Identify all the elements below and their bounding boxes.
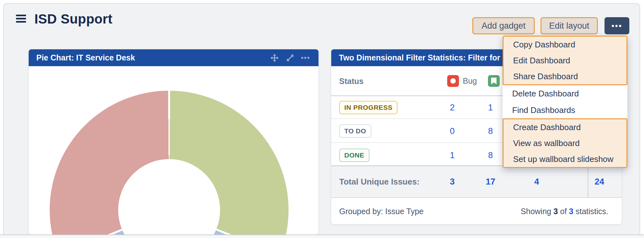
gadget-more-icon[interactable]: ••• xyxy=(301,54,310,62)
bug-column-header[interactable]: Bug xyxy=(447,75,477,87)
menu-item-find-dashboards[interactable]: Find Dashboards xyxy=(503,102,627,118)
menu-item-edit-dashboard[interactable]: Edit Dashboard xyxy=(504,52,626,68)
cell-link[interactable]: 8 xyxy=(475,126,506,136)
grand-total-link[interactable]: 24 xyxy=(590,177,609,187)
total-link[interactable]: 17 xyxy=(475,177,506,187)
stats-gadget-title: Two Dimensional Filter Statistics: Filte… xyxy=(339,53,504,62)
showing-prefix: Showing xyxy=(521,206,554,215)
total-row: Total Unique Issues: 3 17 4 24 xyxy=(331,165,622,198)
jira-dashboard-page: ISD Support Add gadget Edit layout ••• P… xyxy=(0,0,644,238)
add-gadget-label: Add gadget xyxy=(482,21,526,31)
total-column-divider xyxy=(588,166,588,197)
pie-chart-gadget: Pie Chart: IT Service Desk ••• xyxy=(29,49,318,234)
total-link[interactable]: 3 xyxy=(436,177,468,187)
showing-total-link[interactable]: 3 xyxy=(569,206,573,215)
expand-gadget-icon[interactable] xyxy=(286,53,295,62)
showing-of: of xyxy=(558,206,569,215)
cell-link[interactable]: 1 xyxy=(436,150,468,160)
cell-link[interactable]: 0 xyxy=(436,126,468,136)
ellipsis-icon: ••• xyxy=(612,21,622,30)
total-row-label: Total Unique Issues: xyxy=(339,177,419,187)
stats-gadget-footer: Grouped by: Issue Type Showing 3 of 3 st… xyxy=(331,198,622,224)
story-icon xyxy=(488,75,500,87)
edit-layout-label: Edit layout xyxy=(549,21,589,31)
pie-gadget-header: Pie Chart: IT Service Desk ••• xyxy=(29,49,318,66)
menu-item-setup-wallboard-slideshow[interactable]: Set up wallboard slideshow xyxy=(504,151,626,167)
menu-item-view-as-wallboard[interactable]: View as wallboard xyxy=(504,135,626,151)
add-gadget-button[interactable]: Add gadget xyxy=(472,17,535,34)
status-column-header: Status xyxy=(339,77,363,86)
status-badge-done: DONE xyxy=(339,149,369,162)
cell-link[interactable]: 8 xyxy=(475,150,506,160)
pie-gadget-title: Pie Chart: IT Service Desk xyxy=(36,53,135,62)
move-gadget-icon[interactable] xyxy=(270,53,279,63)
menu-highlight-group-2: Create Dashboard View as wallboard Set u… xyxy=(503,118,627,168)
menu-item-delete-dashboard[interactable]: Delete Dashboard xyxy=(503,85,627,102)
dashboard-more-button[interactable]: ••• xyxy=(605,17,629,34)
showing-count: 3 xyxy=(554,206,558,215)
bug-column-label: Bug xyxy=(463,76,477,86)
edit-layout-button[interactable]: Edit layout xyxy=(540,17,598,34)
menu-item-create-dashboard[interactable]: Create Dashboard xyxy=(504,119,626,135)
viewport-bottom-strip xyxy=(0,234,644,238)
bug-icon xyxy=(447,75,459,87)
grouped-by-text: Grouped by: Issue Type xyxy=(339,206,424,216)
hamburger-menu-icon[interactable] xyxy=(16,15,26,24)
menu-item-share-dashboard[interactable]: Share Dashboard xyxy=(504,68,626,84)
cell-link[interactable]: 1 xyxy=(475,103,506,113)
status-badge-in-progress: IN PROGRESS xyxy=(339,101,397,114)
total-link[interactable]: 4 xyxy=(521,177,553,187)
showing-statistics-text: Showing 3 of 3 statistics. xyxy=(521,206,608,216)
showing-suffix: statistics. xyxy=(573,206,608,215)
menu-item-copy-dashboard[interactable]: Copy Dashboard xyxy=(504,37,626,52)
cell-link[interactable]: 2 xyxy=(436,103,468,113)
page-title: ISD Support xyxy=(34,11,112,27)
menu-highlight-group-1: Copy Dashboard Edit Dashboard Share Dash… xyxy=(503,36,627,85)
dashboard-more-dropdown: Copy Dashboard Edit Dashboard Share Dash… xyxy=(503,36,627,168)
status-badge-to-do: TO DO xyxy=(339,124,371,138)
menu-plain-group: Delete Dashboard Find Dashboards xyxy=(503,85,627,118)
